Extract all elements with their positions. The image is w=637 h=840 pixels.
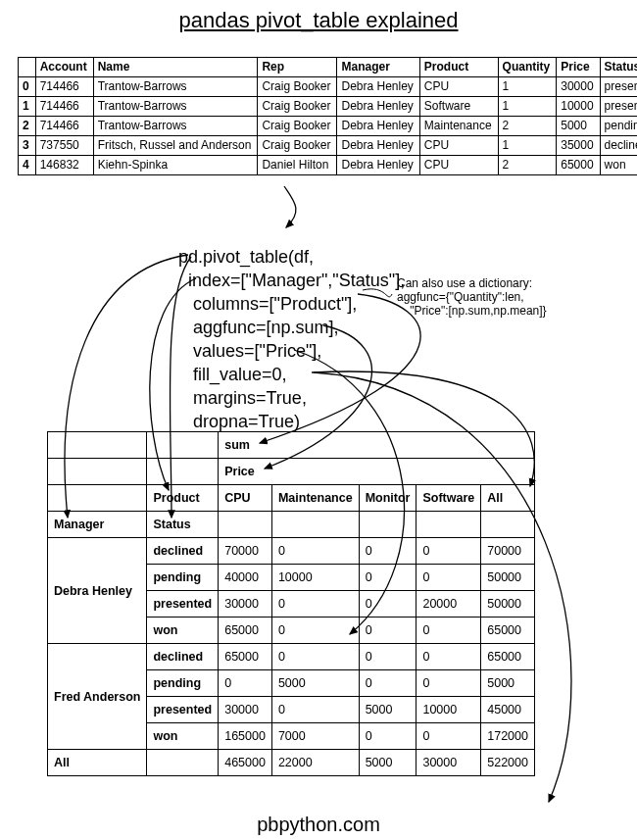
pivot-value-cell: 10000 [271, 565, 359, 591]
pivot-value-cell: 50000 [481, 565, 535, 591]
pivot-blank [359, 512, 416, 538]
src-cell: 1 [498, 77, 557, 97]
src-cell: 714466 [35, 117, 93, 136]
src-cell: pending [600, 117, 637, 136]
code-line-5: values=["Price"], [178, 341, 321, 361]
pivot-value-cell: 5000 [481, 670, 535, 697]
pivot-code-block: pd.pivot_table(df, index=["Manager","Sta… [178, 222, 405, 433]
pivot-value-cell: 0 [416, 723, 481, 750]
src-cell: Trantow-Barrows [93, 97, 258, 117]
code-line-1: pd.pivot_table(df, [178, 247, 314, 267]
pivot-value-cell: 0 [416, 670, 481, 697]
src-row: 0714466Trantow-BarrowsCraig BookerDebra … [19, 77, 638, 97]
src-cell: presented [600, 77, 637, 97]
pivot-value-cell: 0 [359, 591, 416, 618]
src-cell: 737550 [35, 136, 93, 156]
pivot-value-cell: 0 [271, 618, 359, 644]
pivot-total-cell: 465000 [219, 750, 272, 776]
src-cell: Craig Booker [258, 77, 337, 97]
src-cell: 10000 [557, 97, 600, 117]
code-line-4: aggfunc=[np.sum], [178, 318, 339, 337]
src-cell: Trantow-Barrows [93, 117, 258, 136]
pivot-blank [147, 750, 219, 776]
src-row: 3737550Fritsch, Russel and AndersonCraig… [19, 136, 638, 156]
src-cell: CPU [419, 136, 498, 156]
pivot-col-monitor: Monitor [359, 485, 416, 512]
src-row: 1714466Trantow-BarrowsCraig BookerDebra … [19, 97, 638, 117]
pivot-index-manager: Manager [48, 512, 147, 538]
pivot-total-cell: 522000 [481, 750, 535, 776]
pivot-value-cell: 0 [416, 538, 481, 565]
src-cell: Debra Henley [337, 117, 419, 136]
pivot-status-cell: declined [147, 644, 219, 670]
src-cell: Debra Henley [337, 136, 419, 156]
src-cell: 35000 [557, 136, 600, 156]
pivot-value-label: Price [219, 459, 535, 485]
aggfunc-annotation: Can also use a dictionary: aggfunc={"Qua… [397, 276, 547, 318]
pivot-total-cell: 30000 [416, 750, 481, 776]
src-header-product: Product [419, 58, 498, 77]
pivot-value-cell: 65000 [481, 644, 535, 670]
pivot-value-cell: 0 [416, 618, 481, 644]
pivot-value-cell: 0 [271, 697, 359, 723]
pivot-value-cell: 0 [359, 618, 416, 644]
source-dataframe-table: Account Name Rep Manager Product Quantit… [18, 57, 637, 175]
pivot-columns-label: Product [147, 485, 219, 512]
pivot-value-cell: 165000 [219, 723, 272, 750]
src-cell: 2 [498, 117, 557, 136]
src-cell: Kiehn-Spinka [93, 156, 258, 175]
src-cell-index: 0 [19, 77, 36, 97]
pivot-value-cell: 0 [359, 565, 416, 591]
src-cell: 65000 [557, 156, 600, 175]
pivot-status-cell: pending [147, 670, 219, 697]
pivot-value-cell: 0 [271, 538, 359, 565]
pivot-col-software: Software [416, 485, 481, 512]
code-line-3: columns=["Product"], [178, 294, 357, 314]
src-header-status: Status [600, 58, 637, 77]
pivot-status-cell: presented [147, 591, 219, 618]
pivot-result-table: sum Price Product CPU Maintenance Monito… [47, 431, 535, 776]
code-line-2: index=["Manager","Status"], [178, 271, 405, 290]
pivot-blank [147, 459, 219, 485]
src-cell: Software [419, 97, 498, 117]
code-line-8: dropna=True) [178, 412, 300, 431]
pivot-blank [48, 459, 147, 485]
pivot-value-cell: 0 [359, 670, 416, 697]
src-header-manager: Manager [337, 58, 419, 77]
pivot-total-cell: 22000 [271, 750, 359, 776]
src-row: 4146832Kiehn-SpinkaDaniel HiltonDebra He… [19, 156, 638, 175]
src-header-name: Name [93, 58, 258, 77]
src-cell: 1 [498, 97, 557, 117]
src-cell: Debra Henley [337, 77, 419, 97]
pivot-value-cell: 0 [416, 644, 481, 670]
pivot-value-cell: 30000 [219, 591, 272, 618]
code-line-6: fill_value=0, [178, 365, 287, 384]
pivot-status-cell: pending [147, 565, 219, 591]
src-cell-index: 4 [19, 156, 36, 175]
src-header-index [19, 58, 36, 77]
pivot-value-cell: 5000 [271, 670, 359, 697]
src-cell: 5000 [557, 117, 600, 136]
pivot-value-cell: 65000 [219, 618, 272, 644]
src-cell: 146832 [35, 156, 93, 175]
pivot-index-status: Status [147, 512, 219, 538]
code-line-7: margins=True, [178, 388, 307, 408]
pivot-manager-cell: Debra Henley [48, 538, 147, 644]
src-row: 2714466Trantow-BarrowsCraig BookerDebra … [19, 117, 638, 136]
pivot-value-cell: 0 [219, 670, 272, 697]
src-cell: Debra Henley [337, 97, 419, 117]
src-header-quantity: Quantity [498, 58, 557, 77]
src-cell: Craig Booker [258, 117, 337, 136]
pivot-value-cell: 0 [271, 644, 359, 670]
pivot-blank [147, 432, 219, 459]
pivot-value-cell: 0 [359, 644, 416, 670]
pivot-blank [271, 512, 359, 538]
src-cell: Debra Henley [337, 156, 419, 175]
src-header-account: Account [35, 58, 93, 77]
pivot-col-all: All [481, 485, 535, 512]
pivot-all-row-label: All [48, 750, 147, 776]
pivot-value-cell: 0 [271, 591, 359, 618]
pivot-blank [48, 485, 147, 512]
pivot-blank [481, 512, 535, 538]
src-header-price: Price [557, 58, 600, 77]
